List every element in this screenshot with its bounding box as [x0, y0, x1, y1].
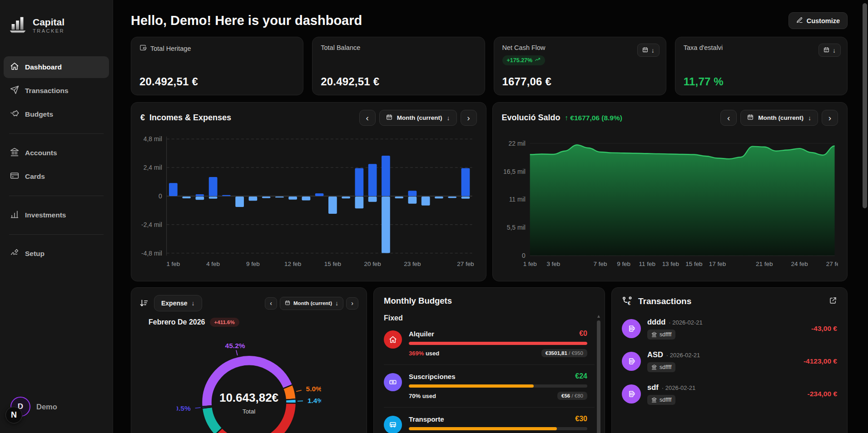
arrow-down-icon: ↓: [447, 114, 450, 122]
next-period-button[interactable]: ›: [461, 110, 477, 126]
beer-mug-icon: [622, 319, 641, 338]
stat-card-savings-rate: Taxa d'estalvi 11,77 % ↓: [675, 37, 848, 95]
account-name: sdffff: [660, 364, 671, 370]
incomes-expenses-title: Incomes & Expenses: [149, 113, 231, 123]
customize-button[interactable]: Customize: [789, 12, 848, 29]
account-name: sdffff: [660, 397, 671, 403]
sidebar-item-transactions[interactable]: Transactions: [4, 80, 109, 102]
dev-tools-badge[interactable]: N: [5, 407, 22, 423]
svg-text:15 feb: 15 feb: [685, 261, 702, 267]
calendar-icon: [386, 114, 392, 122]
breakdown-type-dropdown[interactable]: Expense ↓: [154, 295, 202, 311]
next-period-button[interactable]: ›: [822, 110, 838, 126]
send-icon: [10, 85, 19, 96]
svg-text:0.5%: 0.5%: [177, 404, 191, 412]
budgets-scrollbar-thumb[interactable]: [597, 320, 600, 433]
period-label: Month (current): [397, 114, 442, 121]
budget-item-alquiler[interactable]: Alquiler €0 369% used €3501,81 / €950: [384, 322, 595, 365]
sidebar-item-accounts[interactable]: Accounts: [4, 142, 109, 164]
svg-text:4,8 mil: 4,8 mil: [144, 135, 162, 143]
svg-text:1 feb: 1 feb: [523, 261, 536, 267]
svg-text:20 feb: 20 feb: [364, 261, 381, 267]
transaction-row[interactable]: ASD · 2026-02-21 sdffff -4123,00 €: [622, 350, 837, 372]
stat-title: Total Heritage: [150, 45, 191, 52]
stats-row: Total Heritage 20.492,51 € Total Balance…: [131, 37, 848, 95]
stat-title: Taxa d'estalvi: [684, 44, 723, 51]
sidebar-item-dashboard[interactable]: Dashboard: [4, 56, 109, 78]
transaction-row[interactable]: sdf · 2026-02-21 sdffff -234,00 €: [622, 383, 837, 405]
monthly-budgets-card: Monthly Budgets Fixed Alquiler €0 369% u…: [373, 287, 605, 433]
balance-delta: ↑ €1677,06 (8.9%): [565, 114, 622, 122]
budget-progress-track: [409, 384, 587, 388]
calendar-icon: [642, 47, 648, 54]
external-link-icon[interactable]: [829, 296, 837, 306]
next-period-button[interactable]: ›: [346, 297, 358, 310]
arrow-up-icon: ↑: [565, 114, 569, 122]
account-badge: sdffff: [647, 362, 675, 372]
dot-separator: ·: [669, 319, 670, 326]
budget-spent: €3501,81: [546, 350, 567, 356]
prev-period-button[interactable]: ‹: [265, 297, 277, 310]
bank-icon: [651, 332, 657, 337]
svg-text:11 feb: 11 feb: [639, 261, 655, 267]
svg-text:2,4 mil: 2,4 mil: [144, 164, 162, 171]
budget-item-transporte[interactable]: Transporte €30: [384, 408, 595, 433]
period-dropdown[interactable]: Month (current) ↓: [280, 297, 343, 310]
delta-value: €1677,06 (8.9%): [570, 114, 622, 122]
budget-used-pct: 70%: [409, 393, 421, 399]
month-label: Febrero De 2026: [149, 318, 205, 326]
incomes-expenses-card: € Incomes & Expenses ‹ Month (current) ↓…: [131, 102, 486, 281]
svg-text:16,5 mil: 16,5 mil: [503, 168, 526, 175]
transactions-flow-icon: €: [622, 296, 633, 307]
budget-remaining: €24: [575, 372, 587, 380]
sidebar-nav: Dashboard Transactions Budgets Accounts …: [0, 56, 113, 265]
nav-divider: [9, 234, 104, 235]
beer-mug-icon: [622, 384, 641, 403]
scrollbar-up-arrow[interactable]: [597, 315, 600, 318]
incomes-expenses-bar-chart: 4,8 mil2,4 mil0-2,4 mil-4,8 mil1 feb4 fe…: [140, 129, 477, 269]
period-dropdown[interactable]: Month (current) ↓: [379, 110, 457, 126]
period-dropdown[interactable]: Month (current) ↓: [740, 110, 818, 126]
svg-text:27 feb: 27 feb: [826, 261, 838, 267]
sidebar-item-cards[interactable]: Cards: [4, 166, 109, 187]
logo-subtitle: TRACKER: [33, 28, 64, 34]
svg-text:15 feb: 15 feb: [324, 261, 341, 267]
transaction-row[interactable]: dddd · 2026-02-21 sdffff -43,00 €: [622, 318, 837, 340]
svg-text:10.643,82€: 10.643,82€: [219, 391, 278, 404]
sidebar-item-budgets[interactable]: Budgets: [4, 103, 109, 125]
arrow-down-icon: ↓: [833, 47, 836, 54]
budget-name: Transporte: [409, 415, 444, 423]
svg-text:12 feb: 12 feb: [284, 261, 301, 267]
svg-text:23 feb: 23 feb: [404, 261, 421, 267]
app-logo: Capital TRACKER: [0, 0, 113, 36]
svg-text:21 feb: 21 feb: [756, 261, 773, 267]
svg-text:45.2%: 45.2%: [225, 342, 245, 349]
svg-text:€: €: [628, 300, 630, 306]
prev-period-button[interactable]: ‹: [720, 110, 737, 126]
calendar-icon: [823, 47, 829, 54]
charts-row: € Incomes & Expenses ‹ Month (current) ↓…: [131, 102, 848, 281]
pencil-icon: [796, 17, 803, 25]
svg-text:-4,8 mil: -4,8 mil: [141, 250, 162, 257]
svg-text:Total: Total: [243, 408, 256, 415]
transaction-date: 2026-02-21: [672, 319, 703, 326]
piggy-bank-icon: [10, 109, 19, 120]
budget-item-suscripciones[interactable]: Suscripciones €24 70% used €56 / €80: [384, 365, 595, 408]
sidebar-item-label: Accounts: [25, 149, 57, 157]
capital-tracker-logo-icon: [7, 14, 28, 36]
svg-text:3 feb: 3 feb: [546, 261, 560, 267]
page-title: Hello, Demo! Here is your dashboard: [131, 13, 362, 28]
budget-remaining: €30: [575, 415, 587, 423]
logo-title: Capital: [33, 17, 64, 28]
chevron-right-icon: ›: [467, 113, 470, 123]
period-select-button[interactable]: ↓: [637, 44, 660, 57]
sidebar-item-label: Transactions: [25, 87, 69, 95]
page-scrollbar-thumb[interactable]: [863, 3, 867, 208]
sort-descending-icon[interactable]: [139, 299, 149, 308]
home-icon: [384, 330, 402, 349]
prev-period-button[interactable]: ‹: [359, 110, 376, 126]
sidebar-item-setup[interactable]: Setup: [4, 243, 109, 265]
sidebar-item-investments[interactable]: Investments: [4, 204, 109, 226]
period-select-button[interactable]: ↓: [818, 44, 841, 57]
arrow-down-icon: ↓: [192, 300, 195, 307]
